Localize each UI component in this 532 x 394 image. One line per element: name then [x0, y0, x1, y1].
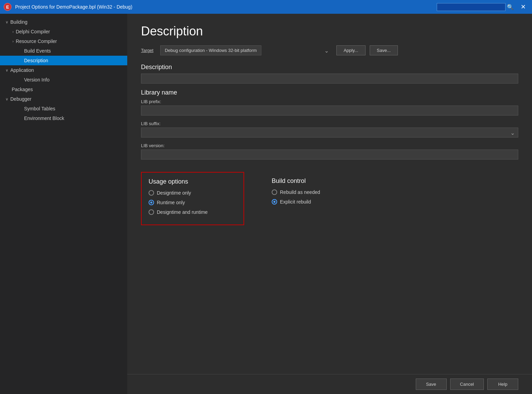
page-title: Description: [141, 24, 518, 39]
sidebar-item-debugger[interactable]: ∨Debugger: [0, 94, 127, 104]
sidebar-item-label: Packages: [12, 87, 33, 92]
sidebar-item-environment-block[interactable]: Environment Block: [0, 113, 127, 123]
options-row: Usage options Designtime only Runtime on…: [141, 172, 518, 225]
sidebar-item-label: Description: [24, 58, 48, 63]
sidebar-item-label: Symbol Tables: [24, 106, 55, 111]
radio-item-runtime-only[interactable]: Runtime only: [149, 200, 237, 205]
chevron-icon: ›: [12, 39, 14, 43]
save-button[interactable]: Save: [416, 379, 447, 390]
sidebar-item-label: Build Events: [24, 48, 51, 54]
search-icon: 🔍: [507, 4, 514, 10]
radio-runtime-only[interactable]: [149, 200, 154, 205]
radio-label-rebuild-as-needed: Rebuild as needed: [280, 189, 320, 195]
app-logo: E: [3, 3, 12, 11]
svg-text:E: E: [6, 4, 9, 10]
description-section-label: Description: [141, 64, 518, 71]
description-field: [141, 74, 518, 84]
lib-version-field: LIB version:: [141, 143, 518, 160]
close-button[interactable]: ✕: [518, 2, 529, 12]
lib-suffix-wrap: [141, 128, 518, 138]
target-dropdown-wrap: Debug configuration - Windows 32-bit pla…: [160, 45, 332, 55]
cancel-button[interactable]: Cancel: [450, 379, 484, 390]
content-area: Description Target Debug configuration -…: [127, 14, 532, 374]
radio-label-explicit-rebuild: Explicit rebuild: [280, 199, 311, 205]
titlebar: E Project Options for DemoPackage.bpl (W…: [0, 0, 532, 14]
target-row: Target Debug configuration - Windows 32-…: [141, 45, 518, 55]
radio-rebuild-as-needed[interactable]: [272, 189, 277, 195]
sidebar-item-resource-compiler[interactable]: ›Resource Compiler: [0, 36, 127, 46]
radio-item-designtime-only[interactable]: Designtime only: [149, 190, 237, 196]
sidebar-item-build-events[interactable]: Build Events: [0, 46, 127, 56]
lib-prefix-input[interactable]: [141, 106, 518, 116]
sidebar-item-version-info[interactable]: Version Info: [0, 75, 127, 85]
lib-prefix-field: LIB prefix:: [141, 99, 518, 116]
sidebar-item-label: Delphi Compiler: [16, 29, 50, 34]
chevron-icon: ∨: [6, 97, 8, 101]
sidebar: ∨Building›Delphi Compiler›Resource Compi…: [0, 14, 127, 394]
lib-version-label: LIB version:: [141, 143, 518, 148]
usage-options-box: Usage options Designtime only Runtime on…: [141, 172, 244, 225]
build-control-title: Build control: [272, 177, 368, 185]
help-button[interactable]: Help: [487, 379, 518, 390]
build-control-box: Build control Rebuild as needed Explicit…: [272, 172, 368, 225]
radio-explicit-rebuild[interactable]: [272, 199, 277, 205]
radio-item-explicit-rebuild[interactable]: Explicit rebuild: [272, 199, 368, 205]
sidebar-item-label: Application: [10, 67, 34, 73]
sidebar-item-label: Debugger: [10, 96, 32, 102]
radio-designtime-runtime[interactable]: [149, 209, 154, 215]
save-config-button[interactable]: Save...: [370, 45, 398, 55]
apply-button[interactable]: Apply...: [336, 45, 365, 55]
sidebar-item-label: Building: [10, 19, 28, 25]
footer: Save Cancel Help: [127, 374, 532, 394]
library-name-section-label: Library name: [141, 89, 518, 96]
search-input[interactable]: [437, 3, 506, 11]
lib-version-input[interactable]: [141, 150, 518, 160]
sidebar-item-building[interactable]: ∨Building: [0, 17, 127, 27]
sidebar-item-symbol-tables[interactable]: Symbol Tables: [0, 104, 127, 113]
sidebar-item-packages[interactable]: Packages: [0, 85, 127, 94]
radio-item-designtime-runtime[interactable]: Designtime and runtime: [149, 209, 237, 215]
radio-label-runtime-only: Runtime only: [157, 200, 185, 205]
sidebar-item-label: Environment Block: [24, 116, 64, 121]
sidebar-item-description[interactable]: Description: [0, 56, 127, 65]
radio-item-rebuild-as-needed[interactable]: Rebuild as needed: [272, 189, 368, 195]
lib-suffix-label: LIB suffix:: [141, 121, 518, 126]
lib-suffix-dropdown[interactable]: [141, 128, 518, 138]
chevron-icon: ∨: [6, 68, 8, 73]
target-label: Target: [141, 48, 153, 53]
radio-designtime-only[interactable]: [149, 190, 154, 196]
chevron-icon: ∨: [6, 20, 8, 24]
sidebar-item-label: Version Info: [24, 77, 50, 83]
lib-prefix-label: LIB prefix:: [141, 99, 518, 104]
window-title: Project Options for DemoPackage.bpl (Win…: [15, 4, 437, 10]
radio-label-designtime-runtime: Designtime and runtime: [157, 209, 208, 215]
chevron-icon: ›: [12, 30, 14, 34]
sidebar-item-application[interactable]: ∨Application: [0, 65, 127, 75]
lib-suffix-field: LIB suffix:: [141, 121, 518, 138]
target-dropdown[interactable]: Debug configuration - Windows 32-bit pla…: [160, 45, 261, 55]
description-input[interactable]: [141, 74, 518, 84]
main-container: ∨Building›Delphi Compiler›Resource Compi…: [0, 14, 532, 394]
radio-label-designtime-only: Designtime only: [157, 190, 191, 196]
sidebar-item-label: Resource Compiler: [16, 39, 57, 44]
usage-options-title: Usage options: [149, 178, 237, 185]
sidebar-item-delphi-compiler[interactable]: ›Delphi Compiler: [0, 27, 127, 36]
